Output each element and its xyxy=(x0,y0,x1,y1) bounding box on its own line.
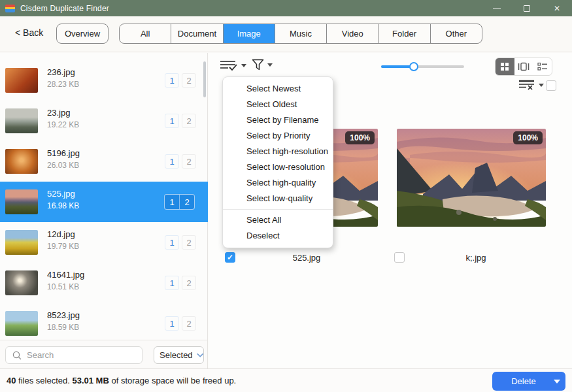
menu-item-select-high-quality[interactable]: Select high-quality xyxy=(223,175,333,191)
group-count-1[interactable]: 1 xyxy=(165,114,179,128)
maximize-button[interactable] xyxy=(512,0,542,16)
menu-item-select-all[interactable]: Select All xyxy=(223,212,333,228)
minimize-button[interactable] xyxy=(482,0,512,16)
status-text: 40 files selected. 53.01 MB of storage s… xyxy=(7,376,236,385)
file-size: 10.51 KB xyxy=(47,282,79,291)
card-label-row: k;.jpg xyxy=(394,252,547,263)
main-content: 100% 100% ✓ 525.jpg xyxy=(209,53,572,368)
menu-item-select-by-filename[interactable]: Select by Filename xyxy=(223,112,333,128)
app-logo-icon xyxy=(5,5,15,12)
minimize-icon xyxy=(493,8,501,8)
menu-item-select-low-resolution[interactable]: Select low-resolution xyxy=(223,159,333,175)
list-view-button[interactable] xyxy=(533,58,552,75)
freed-space: 53.01 MB xyxy=(72,376,109,385)
grid-view-button[interactable] xyxy=(496,58,514,75)
file-checkbox-unchecked[interactable] xyxy=(394,252,405,263)
group-count-2[interactable]: 2 xyxy=(180,195,194,209)
menu-item-select-oldest[interactable]: Select Oldest xyxy=(223,97,333,112)
caret-down-icon xyxy=(554,380,560,384)
search-icon xyxy=(12,351,22,360)
list-item[interactable]: 8523.jpg 18.59 KB 1 2 xyxy=(0,303,208,344)
tab-video[interactable]: Video xyxy=(327,24,379,43)
tab-music[interactable]: Music xyxy=(275,24,327,43)
slider-thumb[interactable] xyxy=(409,62,418,71)
group-count-1[interactable]: 1 xyxy=(165,316,179,331)
tab-image[interactable]: Image xyxy=(224,24,275,43)
group-count-2[interactable]: 2 xyxy=(182,235,196,250)
file-name: 236.jpg xyxy=(47,67,75,77)
group-count-1[interactable]: 1 xyxy=(165,73,179,88)
selected-filter-dropdown[interactable]: Selected xyxy=(154,346,204,364)
caret-down-icon xyxy=(539,84,544,87)
title-bar: Cisdem Duplicate Finder ✕ xyxy=(0,0,572,16)
duplicate-list-sidebar: 236.jpg 28.23 KB 1 2 23.jpg 19.22 KB 1 2… xyxy=(0,53,208,340)
file-size: 19.79 KB xyxy=(47,242,79,251)
window-title: Cisdem Duplicate Finder xyxy=(20,4,109,13)
card-file-name: 525.jpg xyxy=(235,253,378,263)
group-select-checkbox[interactable] xyxy=(546,80,556,91)
group-count-1[interactable]: 1 xyxy=(165,276,179,290)
thumbnail-sunflowers xyxy=(5,230,38,255)
file-name: 525.jpg xyxy=(47,189,75,199)
group-count-2[interactable]: 2 xyxy=(182,316,196,331)
group-count-2[interactable]: 2 xyxy=(182,154,196,169)
close-button[interactable]: ✕ xyxy=(542,0,572,16)
status-text-part: files selected. xyxy=(16,376,72,385)
list-item[interactable]: 12d.jpg 19.79 KB 1 2 xyxy=(0,222,208,263)
coverflow-view-button[interactable] xyxy=(514,58,533,75)
file-name: 41641.jpg xyxy=(47,270,84,280)
group-count-2[interactable]: 2 xyxy=(182,73,196,88)
caret-down-icon xyxy=(267,63,273,67)
search-box xyxy=(5,346,143,364)
file-size: 18.59 KB xyxy=(47,323,79,332)
group-count-2[interactable]: 2 xyxy=(182,114,196,128)
thumbnail-mountain-sunset xyxy=(5,189,38,214)
thumbnail-size-slider[interactable] xyxy=(381,65,464,68)
menu-item-select-low-quality[interactable]: Select low-quality xyxy=(223,191,333,206)
overview-button[interactable]: Overview xyxy=(56,24,109,44)
list-item[interactable]: 41641.jpg 10.51 KB 1 2 xyxy=(0,263,208,303)
menu-separator xyxy=(223,209,333,210)
list-item-selected[interactable]: 525.jpg 16.98 KB 1 2 xyxy=(0,182,208,222)
menu-item-select-newest[interactable]: Select Newest xyxy=(223,81,333,97)
delete-options-caret[interactable] xyxy=(548,380,565,384)
category-tabs: All Document Image Music Video Folder Ot… xyxy=(119,24,482,44)
back-button[interactable]: < Back xyxy=(15,27,43,38)
file-name: 23.jpg xyxy=(47,108,70,118)
list-item[interactable]: 5196.jpg 26.03 KB 1 2 xyxy=(0,141,208,182)
group-count-1[interactable]: 1 xyxy=(165,235,179,250)
select-dropdown-button[interactable] xyxy=(220,59,246,72)
filter-dropdown-button[interactable] xyxy=(252,59,273,71)
search-input[interactable] xyxy=(27,350,131,360)
file-size: 26.03 KB xyxy=(47,161,79,170)
menu-item-select-high-resolution[interactable]: Select high-resolution xyxy=(223,144,333,159)
menu-item-select-by-priority[interactable]: Select by Priority xyxy=(223,128,333,144)
file-name: 12d.jpg xyxy=(47,229,75,239)
deselect-lines-x-icon xyxy=(518,79,535,91)
tab-other[interactable]: Other xyxy=(431,24,482,43)
select-dropdown-menu: Select Newest Select Oldest Select by Fi… xyxy=(222,76,333,248)
file-checkbox-checked[interactable]: ✓ xyxy=(225,252,235,263)
thumbnail-green-hills xyxy=(5,311,38,336)
list-item[interactable]: 23.jpg 19.22 KB 1 2 xyxy=(0,101,208,141)
tab-folder[interactable]: Folder xyxy=(379,24,430,43)
group-count-1[interactable]: 1 xyxy=(165,195,180,209)
deselect-group-dropdown-button[interactable] xyxy=(518,79,544,91)
tab-all[interactable]: All xyxy=(120,24,171,43)
similarity-badge: 100% xyxy=(513,131,543,144)
group-count-2[interactable]: 2 xyxy=(182,276,196,290)
delete-button[interactable]: Delete xyxy=(492,372,565,391)
file-size: 16.98 KB xyxy=(47,201,79,210)
status-text-part: of storage space will be freed up. xyxy=(109,376,236,385)
duplicate-image-card[interactable]: 100% xyxy=(397,129,546,227)
tab-document[interactable]: Document xyxy=(171,24,223,43)
selected-filter-label: Selected xyxy=(160,350,193,360)
menu-item-deselect[interactable]: Deselect xyxy=(223,228,333,244)
group-count-1[interactable]: 1 xyxy=(165,154,179,169)
file-size: 19.22 KB xyxy=(47,120,79,129)
list-item[interactable]: 236.jpg 28.23 KB 1 2 xyxy=(0,60,208,101)
sidebar-scrollbar[interactable] xyxy=(203,61,206,97)
list-view-icon xyxy=(537,62,548,71)
file-name: 8523.jpg xyxy=(47,310,80,320)
thumbnail-lake-landscape xyxy=(5,108,38,133)
